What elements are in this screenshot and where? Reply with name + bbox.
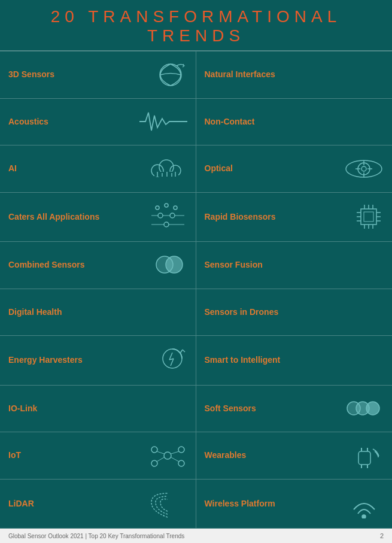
list-item: LiDAR — [0, 480, 196, 529]
iot-icon — [148, 441, 187, 471]
item-label: Acoustics — [8, 117, 48, 127]
sensor-3d-icon — [154, 60, 187, 90]
item-label: Non-Contact — [205, 117, 255, 127]
item-label: Caters All Applications — [8, 212, 99, 222]
list-item: Soft Sensors — [196, 386, 393, 433]
footer-text: Global Sensor Outlook 2021 | Top 20 Key … — [8, 533, 184, 539]
optical-icon — [345, 157, 384, 181]
svg-point-49 — [347, 402, 360, 415]
list-item: Digital Health — [0, 289, 196, 336]
item-label: Rapid Biosensors — [205, 212, 276, 222]
svg-rect-25 — [361, 209, 376, 225]
svg-point-19 — [174, 206, 177, 210]
svg-point-24 — [164, 222, 169, 227]
item-label: IoT — [8, 450, 21, 460]
svg-point-54 — [178, 460, 184, 466]
svg-point-0 — [160, 64, 181, 86]
list-item: 3D Sensors — [0, 51, 196, 99]
svg-point-64 — [362, 515, 366, 518]
page: 20 TRANSFORMATIONAL TRENDS 3D Sensors Na… — [0, 0, 392, 543]
combined-icon — [151, 251, 187, 278]
ai-icon — [145, 154, 187, 184]
item-label: Digital Health — [8, 307, 62, 317]
list-item: Non-Contact — [196, 99, 393, 146]
svg-rect-4 — [154, 172, 178, 177]
list-item: Rapid Biosensors — [196, 193, 393, 242]
svg-point-53 — [151, 460, 157, 466]
svg-point-18 — [165, 204, 168, 207]
title-section: 20 TRANSFORMATIONAL TRENDS — [0, 0, 392, 51]
wearables-icon — [342, 441, 384, 471]
item-label: 3D Sensors — [8, 69, 54, 80]
item-label: Energy Harvesters — [8, 355, 83, 365]
svg-rect-26 — [364, 212, 373, 222]
biosensors-icon — [354, 202, 384, 232]
svg-line-42 — [180, 350, 183, 353]
item-label: AI — [8, 163, 17, 174]
item-label: Smart to Intelligent — [205, 355, 281, 365]
svg-point-48 — [366, 402, 379, 415]
list-item: Wireless Platform — [196, 480, 393, 529]
item-label: LiDAR — [8, 499, 34, 509]
item-label: Combined Sensors — [8, 260, 85, 270]
list-item: AI — [0, 145, 196, 193]
footer: Global Sensor Outlook 2021 | Top 20 Key … — [0, 529, 392, 543]
svg-point-50 — [164, 452, 171, 459]
item-label: Wearables — [205, 450, 247, 460]
svg-point-40 — [166, 256, 183, 273]
item-label: IO-Link — [8, 404, 37, 414]
item-label: Optical — [205, 163, 233, 174]
svg-point-21 — [158, 213, 163, 218]
list-item: Acoustics — [0, 99, 196, 146]
svg-point-52 — [178, 447, 184, 453]
svg-rect-59 — [358, 451, 370, 465]
item-label: Soft Sensors — [205, 404, 256, 414]
item-label: Wireless Platform — [205, 499, 275, 509]
item-label: Natural Interfaces — [205, 69, 275, 80]
list-item: Sensors in Drones — [196, 289, 393, 336]
list-item: Natural Interfaces — [196, 51, 393, 99]
list-item: Caters All Applications — [0, 193, 196, 242]
list-item: Sensor Fusion — [196, 242, 393, 289]
svg-point-51 — [151, 447, 157, 453]
lidar-icon — [148, 487, 187, 520]
svg-point-12 — [361, 166, 366, 171]
list-item: Energy Harvesters — [0, 336, 196, 386]
item-label: Sensors in Drones — [205, 307, 279, 317]
wireless-icon — [345, 489, 384, 518]
acoustics-icon — [139, 110, 187, 134]
list-item: Wearables — [196, 432, 393, 480]
list-item: IO-Link — [0, 386, 196, 433]
svg-point-22 — [170, 213, 175, 218]
svg-line-56 — [171, 451, 179, 454]
list-item: IoT — [0, 432, 196, 480]
grid-container: 3D Sensors Natural Interfaces Acoustics — [0, 51, 392, 529]
footer-page: 2 — [380, 532, 384, 539]
svg-point-17 — [156, 206, 159, 210]
svg-line-57 — [157, 457, 164, 462]
svg-line-55 — [157, 451, 164, 454]
list-item: Combined Sensors — [0, 242, 196, 289]
page-title: 20 TRANSFORMATIONAL TRENDS — [6, 7, 386, 45]
caters-icon — [148, 201, 187, 233]
energy-icon — [157, 344, 187, 377]
svg-line-58 — [171, 457, 179, 462]
list-item: Optical — [196, 145, 393, 193]
svg-line-43 — [183, 350, 185, 352]
list-item: Smart to Intelligent — [196, 336, 393, 386]
soft-icon — [342, 398, 384, 419]
item-label: Sensor Fusion — [205, 260, 263, 270]
